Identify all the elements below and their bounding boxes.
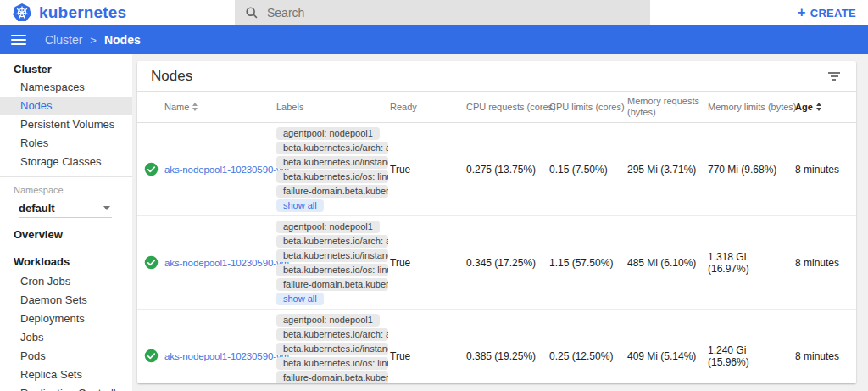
label-chip: failure-domain.beta.kubernet… (276, 185, 388, 198)
create-button-label: CREATE (810, 7, 856, 20)
cpu-requests-value: 0.275 (13.75%) (466, 164, 549, 176)
label-chip: beta.kubernetes.io/instance-t… (276, 249, 388, 262)
table-row: aks-nodepool1-10230590-vm… agentpool: no… (137, 123, 856, 216)
sidebar-nav: Cluster Namespaces Nodes Persistent Volu… (0, 54, 132, 391)
labels-cell: agentpool: nodepool1 beta.kubernetes.io/… (276, 310, 390, 383)
chevron-down-icon (103, 206, 110, 210)
nodes-card: Nodes Name Labels Ready CPU requests (co… (137, 61, 856, 383)
chevron-right-icon: > (90, 34, 97, 47)
kubernetes-logo-wrap: kubernetes (0, 3, 126, 23)
cpu-limits-value: 0.25 (12.50%) (549, 350, 627, 362)
sidebar-item-nodes[interactable]: Nodes (0, 97, 132, 115)
column-header-name[interactable]: Name (164, 102, 276, 112)
column-header-cpu-requests: CPU requests (cores) (466, 102, 549, 112)
status-ok-icon (144, 162, 164, 176)
cpu-requests-value: 0.345 (17.25%) (466, 257, 549, 269)
memory-requests-value: 295 Mi (3.71%) (627, 164, 708, 176)
labels-cell: agentpool: nodepool1 beta.kubernetes.io/… (276, 123, 390, 215)
label-chip: beta.kubernetes.io/instance-t… (276, 156, 388, 169)
status-ok-icon (144, 255, 164, 270)
label-chip: beta.kubernetes.io/os: linux (276, 170, 388, 183)
kubernetes-logo-icon (12, 3, 32, 23)
sidebar-item-daemon-sets[interactable]: Daemon Sets (0, 291, 132, 310)
menu-icon[interactable] (11, 35, 26, 45)
plus-icon: + (798, 5, 806, 20)
sidebar-item-deployments[interactable]: Deployments (0, 310, 132, 328)
sidebar-item-storage-classes[interactable]: Storage Classes (0, 153, 132, 171)
breadcrumb-current: Nodes (104, 33, 141, 47)
ready-value: True (390, 350, 466, 362)
namespace-label: Namespace (0, 184, 132, 196)
search-icon (245, 6, 259, 20)
sidebar-item-pods[interactable]: Pods (0, 347, 132, 366)
sidebar-item-replica-sets[interactable]: Replica Sets (0, 366, 132, 384)
memory-requests-value: 409 Mi (5.14%) (627, 350, 708, 362)
label-chip: beta.kubernetes.io/instance-t… (276, 343, 388, 355)
show-all-button[interactable]: show all (276, 199, 324, 212)
sidebar-item-roles[interactable]: Roles (0, 134, 132, 153)
brand-title: kubernetes (39, 3, 126, 22)
breadcrumb-section[interactable]: Cluster (45, 33, 82, 47)
label-chip: agentpool: nodepool1 (276, 314, 380, 327)
label-chip: beta.kubernetes.io/os: linux (276, 264, 388, 276)
sidebar-item-replication-controllers[interactable]: Replication Controllers (0, 384, 132, 391)
sidebar-header-workloads: Workloads (0, 252, 132, 272)
label-chip: beta.kubernetes.io/arch: amd… (276, 328, 388, 341)
ready-value: True (390, 164, 466, 176)
memory-limits-value: 770 Mi (9.68%) (708, 164, 795, 176)
table-row: aks-nodepool1-10230590-vm… agentpool: no… (137, 216, 856, 310)
table-row: aks-nodepool1-10230590-vm… agentpool: no… (137, 310, 856, 383)
column-header-age[interactable]: Age (795, 102, 849, 112)
sidebar-header-cluster: Cluster (0, 61, 132, 78)
column-header-memory-limits: Memory limits (bytes) (708, 102, 795, 112)
sort-icon (816, 103, 821, 111)
breadcrumb-bar: Cluster > Nodes (0, 25, 868, 54)
labels-cell: agentpool: nodepool1 beta.kubernetes.io/… (276, 216, 390, 309)
sidebar-item-persistent-volumes[interactable]: Persistent Volumes (0, 115, 132, 134)
create-button[interactable]: + CREATE (798, 0, 856, 25)
status-ok-icon (144, 349, 164, 363)
table-header-row: Name Labels Ready CPU requests (cores) C… (137, 92, 856, 123)
search-bar[interactable] (235, 0, 650, 25)
filter-icon[interactable] (827, 69, 841, 84)
sidebar-item-jobs[interactable]: Jobs (0, 328, 132, 347)
ready-value: True (390, 257, 466, 269)
sidebar-item-cron-jobs[interactable]: Cron Jobs (0, 272, 132, 291)
memory-limits-value: 1.318 Gi (16.97%) (708, 251, 795, 275)
page-title: Nodes (151, 68, 192, 85)
label-chip: agentpool: nodepool1 (276, 221, 380, 233)
memory-limits-value: 1.240 Gi (15.96%) (708, 344, 795, 368)
sidebar-item-namespaces[interactable]: Namespaces (0, 78, 132, 97)
namespace-select-value: default (19, 202, 55, 215)
sort-icon (192, 103, 198, 111)
label-chip: failure-domain.beta.kubernet… (276, 371, 388, 383)
label-chip: beta.kubernetes.io/os: linux (276, 357, 388, 370)
age-value: 8 minutes (795, 164, 849, 176)
sidebar-item-overview[interactable]: Overview (0, 225, 132, 245)
column-header-ready: Ready (390, 102, 466, 112)
label-chip: beta.kubernetes.io/arch: amd… (276, 235, 388, 248)
memory-requests-value: 485 Mi (6.10%) (627, 257, 708, 269)
main-content: Nodes Name Labels Ready CPU requests (co… (132, 54, 868, 391)
age-value: 8 minutes (795, 257, 849, 269)
label-chip: agentpool: nodepool1 (276, 127, 380, 140)
label-chip: failure-domain.beta.kubernet… (276, 278, 388, 291)
cpu-limits-value: 0.15 (7.50%) (549, 164, 627, 176)
sidebar-divider (0, 176, 132, 177)
column-header-cpu-limits: CPU limits (cores) (549, 102, 627, 112)
age-value: 8 minutes (795, 350, 849, 362)
search-input[interactable] (267, 6, 589, 20)
label-chip: beta.kubernetes.io/arch: amd… (276, 142, 388, 154)
namespace-select[interactable]: default (19, 199, 112, 218)
column-header-memory-requests: Memory requests (bytes) (627, 96, 708, 118)
column-header-labels: Labels (276, 102, 390, 112)
show-all-button[interactable]: show all (276, 293, 324, 305)
top-app-bar: kubernetes + CREATE (0, 0, 868, 25)
cpu-requests-value: 0.385 (19.25%) (466, 350, 549, 362)
cpu-limits-value: 1.15 (57.50%) (549, 257, 627, 269)
